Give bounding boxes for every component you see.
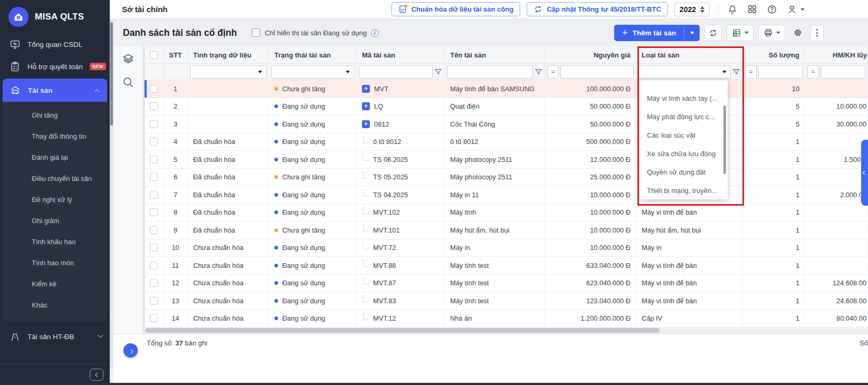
filter-ten-tai-san-input[interactable] [447,65,533,79]
table-row[interactable]: 3 Đang sử dụng +0812 Cốc Thái Công 50.00… [145,116,868,133]
filter-so-luong-input[interactable] [758,65,803,79]
sidebar-collapse-button[interactable] [90,369,103,381]
dropdown-item[interactable]: Các loại súc vật [640,126,728,145]
filter-trang-thai-select[interactable] [271,65,354,79]
row-checkbox[interactable] [150,226,158,234]
table-row[interactable]: 4 Đã chuẩn hóa Đang sử dụng ô tô 8012 ô … [145,133,868,151]
layers-icon[interactable] [122,53,135,65]
sidebar-scrollbar[interactable] [110,19,113,368]
table-row[interactable]: 14 Chưa chuẩn hóa Đang sử dụng MVT.12 Nh… [145,310,868,328]
sidebar-subitem[interactable]: Thay đổi thông tin [3,126,107,147]
row-checkbox[interactable] [150,314,158,322]
expand-plus-icon[interactable]: + [362,102,370,110]
add-asset-button[interactable]: +Thêm tài sản [614,25,700,41]
table-row[interactable]: 12 Chưa chuẩn hóa Đang sử dụng MVT.87 Má… [145,275,868,293]
only-in-use-checkbox[interactable] [252,28,260,37]
filter-hm-kh-input[interactable] [821,65,865,79]
sidebar-subitem[interactable]: Tính khấu hao [3,232,107,253]
filter-nguyen-gia-input[interactable] [560,65,634,79]
add-asset-dropdown-button[interactable] [684,25,700,41]
col-header-tinh-trang-du-lieu[interactable]: Tình trạng dữ liệu [188,46,269,63]
expand-panel-button[interactable] [123,343,138,358]
year-stepper-arrows[interactable] [700,6,704,13]
row-checkbox[interactable] [150,85,158,93]
table-row[interactable]: 9 Đã chuẩn hóa Chưa ghi tăng MVT.101 Máy… [145,222,868,239]
sidebar-subitem[interactable]: Đề nghị xử lý [3,189,107,210]
table-row[interactable]: 10 Chưa chuẩn hóa Đang sử dụng MVT.72 Má… [145,239,868,257]
dropdown-scrollbar-thumb[interactable] [723,105,726,174]
row-checkbox[interactable] [150,297,158,305]
sidebar-item-tong-quan-csdl[interactable]: Tổng quan CSDL [0,33,110,55]
sidebar-item-tai-san[interactable]: Tài sản [3,79,107,102]
funnel-icon[interactable] [732,68,740,76]
collapse-right-panel-handle[interactable] [861,140,868,206]
dropdown-item[interactable]: Máy vi tính xách tay (... [640,89,728,108]
year-stepper[interactable]: 2022 [674,3,710,16]
table-row[interactable]: 8 Đã chuẩn hóa Đang sử dụng MVT.102 Máy … [145,204,868,222]
col-header-trang-thai-tai-san[interactable]: Trạng thái tài sản [269,46,357,63]
expand-plus-icon[interactable]: + [362,120,370,128]
filter-loai-tai-san-select[interactable] [638,65,731,79]
user-menu[interactable] [787,4,805,15]
row-checkbox[interactable] [150,156,158,163]
expand-plus-icon[interactable]: + [362,85,370,93]
settings-button[interactable] [790,25,806,41]
equals-operator[interactable]: = [745,65,757,79]
table-row[interactable]: 5 Đã chuẩn hóa Đang sử dụng TS 06.2025 M… [145,151,868,169]
apps-grid-icon[interactable] [747,4,757,14]
refresh-button[interactable] [704,25,722,41]
funnel-icon[interactable] [535,68,542,76]
table-row[interactable]: 6 Đã chuẩn hóa Chưa ghi tăng TS 05.2025 … [145,169,868,187]
update-circular-button[interactable]: Cập nhật Thông tư 45/2018/TT-BTC [527,2,668,16]
col-header-ten-tai-san[interactable]: Tên tài sản [445,46,545,63]
sidebar-subitem[interactable]: Điều chuyển tài sản [3,168,107,189]
col-header-hm-kh-luy-ke[interactable]: HM/KH lũy kế [805,46,868,63]
standardize-data-button[interactable]: ★ Chuẩn hóa dữ liệu tài sản công [392,2,521,16]
dropdown-item[interactable]: Xe sửa chữa lưu động [640,145,728,163]
sidebar-subitem[interactable]: Kiểm kê [3,274,107,295]
scrollbar-thumb[interactable] [110,22,113,126]
table-row[interactable]: 2 Đang sử dụng +LQ Quạt điện 50.000.000 … [145,98,868,116]
row-checkbox[interactable] [150,244,158,252]
sidebar-item-tai-san-ht-db[interactable]: Tài sản HT-ĐB [0,325,110,348]
sidebar-subitem[interactable]: Đánh giá lại [3,147,107,168]
row-checkbox[interactable] [150,191,158,199]
info-icon[interactable]: i [371,29,379,37]
print-button[interactable] [758,25,785,41]
col-header-ma-tai-san[interactable]: Mã tài sản [357,46,445,63]
table-row[interactable]: 13 Chưa chuẩn hóa Đang sử dụng MVT.83 Má… [145,292,868,310]
row-checkbox[interactable] [150,138,158,146]
col-header-so-luong[interactable]: Số lượng [743,46,805,63]
scrollbar-thumb[interactable] [145,328,660,333]
table-row[interactable]: 7 Đã chuẩn hóa Đang sử dụng TS 04.2025 M… [145,186,868,204]
sidebar-subitem[interactable]: Ghi tăng [3,105,107,126]
select-all-checkbox[interactable] [150,51,158,59]
sidebar-item-ho-tro-quyet-toan[interactable]: Hỗ trợ quyết toán NEW [0,55,110,78]
notifications-bell-icon[interactable] [727,4,738,15]
equals-operator[interactable]: = [547,65,559,79]
col-header-loai-tai-san[interactable]: Loại tài sản [636,46,743,63]
dropdown-item[interactable]: Máy phát động lực c... [640,108,728,126]
export-excel-button[interactable] [727,25,753,41]
row-checkbox[interactable] [150,208,158,216]
horizontal-scrollbar[interactable] [144,327,868,334]
row-checkbox[interactable] [150,173,158,181]
funnel-icon[interactable] [434,68,442,76]
row-checkbox[interactable] [150,120,158,128]
table-row[interactable]: 1 Chưa ghi tăng +MVT Máy tính để bàn SAM… [145,80,868,98]
filter-tinh-trang-select[interactable] [190,65,266,79]
table-row[interactable]: 11 Chưa chuẩn hóa Đang sử dụng MVT.88 Má… [145,257,868,275]
dropdown-item[interactable]: Quyền sử dụng đất [640,163,728,181]
more-options-button[interactable] [810,25,824,41]
col-header-nguyen-gia[interactable]: Nguyên giá [545,46,636,63]
col-header-stt[interactable]: STT [164,46,188,63]
sidebar-subitem[interactable]: Ghi giảm [3,210,107,232]
sidebar-subitem[interactable]: Tính hao mòn [3,253,107,274]
row-checkbox[interactable] [150,102,158,110]
filter-ma-tai-san-input[interactable] [359,65,433,79]
equals-operator[interactable]: = [807,65,819,79]
dropdown-item[interactable]: Thiết bị mạng, truyền... [640,181,728,200]
row-checkbox[interactable] [150,262,158,270]
help-icon[interactable] [767,4,777,15]
search-icon[interactable] [122,76,135,89]
